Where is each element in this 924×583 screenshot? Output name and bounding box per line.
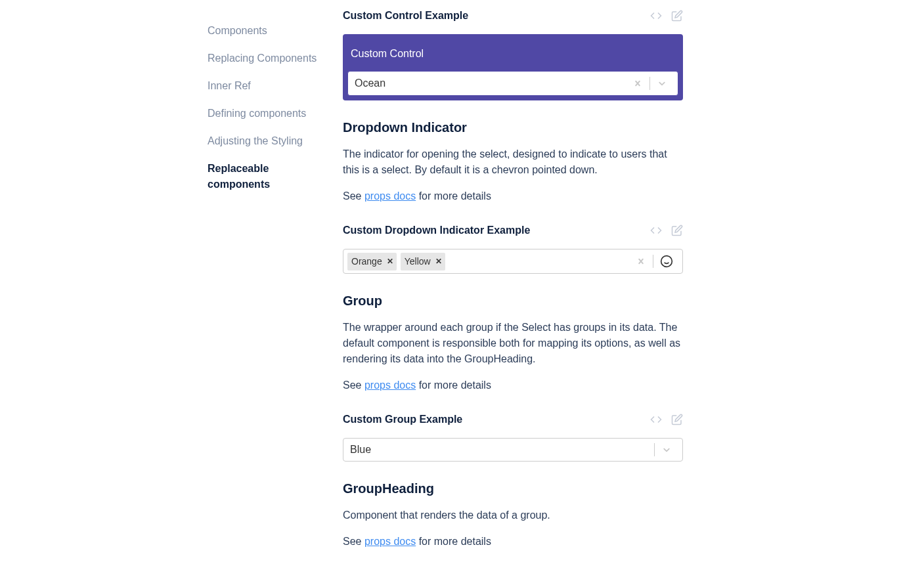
- see-line: See props docs for more details: [343, 378, 683, 393]
- see-suffix: for more details: [416, 536, 491, 547]
- see-prefix: See: [343, 190, 364, 202]
- select-indicators: [653, 441, 677, 459]
- indicator-separator: [653, 255, 653, 268]
- example-title: Custom Group Example: [343, 412, 462, 427]
- see-suffix: for more details: [416, 190, 491, 202]
- select-control-ocean[interactable]: Ocean: [347, 71, 678, 96]
- example-header: Custom Group Example: [343, 412, 683, 427]
- code-icon[interactable]: [650, 10, 662, 22]
- see-suffix: for more details: [416, 379, 491, 391]
- select-indicators: [630, 251, 678, 272]
- custom-control-panel: Custom Control Ocean: [343, 34, 683, 100]
- example-title: Custom Control Example: [343, 8, 468, 24]
- multi-select-colors[interactable]: Orange ✕ Yellow ✕: [343, 249, 683, 274]
- svg-point-0: [661, 256, 672, 267]
- body-dropdown-indicator: The indicator for opening the select, de…: [343, 146, 683, 178]
- code-icon[interactable]: [650, 414, 662, 425]
- props-docs-link[interactable]: props docs: [364, 190, 416, 202]
- sidebar-item-replacing-components[interactable]: Replacing Components: [208, 45, 328, 72]
- smiley-icon[interactable]: [655, 251, 678, 272]
- tag-yellow: Yellow ✕: [401, 253, 445, 270]
- clear-icon[interactable]: [630, 252, 651, 270]
- sidebar-item-inner-ref[interactable]: Inner Ref: [208, 72, 328, 100]
- select-value: Ocean: [355, 76, 627, 91]
- indicator-separator: [654, 443, 655, 456]
- clear-icon[interactable]: [627, 74, 648, 93]
- props-docs-link[interactable]: props docs: [364, 379, 416, 391]
- tag-list: Orange ✕ Yellow ✕: [347, 251, 630, 272]
- see-prefix: See: [343, 536, 364, 547]
- sidebar-item-replaceable-components[interactable]: Replaceable components: [208, 155, 328, 198]
- sidebar-item-adjusting-styling[interactable]: Adjusting the Styling: [208, 127, 328, 155]
- select-value: Blue: [350, 442, 653, 458]
- heading-group-heading: GroupHeading: [343, 479, 683, 498]
- select-indicators: [627, 74, 672, 93]
- body-group: The wrapper around each group if the Sel…: [343, 320, 683, 367]
- edit-icon[interactable]: [671, 225, 683, 236]
- body-group-heading: Component that renders the data of a gro…: [343, 507, 683, 523]
- heading-group: Group: [343, 291, 683, 311]
- sidebar-item-defining-components[interactable]: Defining components: [208, 100, 328, 127]
- page-container: Components Replacing Components Inner Re…: [0, 0, 924, 550]
- example-actions: [650, 10, 683, 22]
- panel-label: Custom Control: [347, 46, 678, 62]
- select-control-blue[interactable]: Blue: [343, 438, 683, 462]
- chevron-down-icon[interactable]: [656, 441, 677, 459]
- edit-icon[interactable]: [671, 10, 683, 22]
- indicator-separator: [649, 77, 650, 90]
- tag-label: Orange: [347, 253, 384, 270]
- see-line: See props docs for more details: [343, 188, 683, 204]
- edit-icon[interactable]: [671, 414, 683, 425]
- example-actions: [650, 225, 683, 236]
- example-header: Custom Control Example: [343, 8, 683, 24]
- tag-orange: Orange ✕: [347, 253, 397, 270]
- close-icon[interactable]: ✕: [384, 253, 397, 269]
- close-icon[interactable]: ✕: [433, 253, 445, 269]
- see-line: See props docs for more details: [343, 534, 683, 550]
- sidebar-item-components[interactable]: Components: [208, 17, 328, 45]
- props-docs-link[interactable]: props docs: [364, 536, 416, 547]
- sidebar-nav: Components Replacing Components Inner Re…: [0, 0, 328, 550]
- chevron-down-icon[interactable]: [651, 74, 672, 93]
- example-actions: [650, 414, 683, 425]
- heading-dropdown-indicator: Dropdown Indicator: [343, 118, 683, 137]
- example-title: Custom Dropdown Indicator Example: [343, 223, 530, 238]
- see-prefix: See: [343, 379, 364, 391]
- example-header: Custom Dropdown Indicator Example: [343, 223, 683, 238]
- code-icon[interactable]: [650, 225, 662, 236]
- tag-label: Yellow: [401, 253, 433, 270]
- main-content: Custom Control Example Custom Control Oc…: [328, 0, 683, 550]
